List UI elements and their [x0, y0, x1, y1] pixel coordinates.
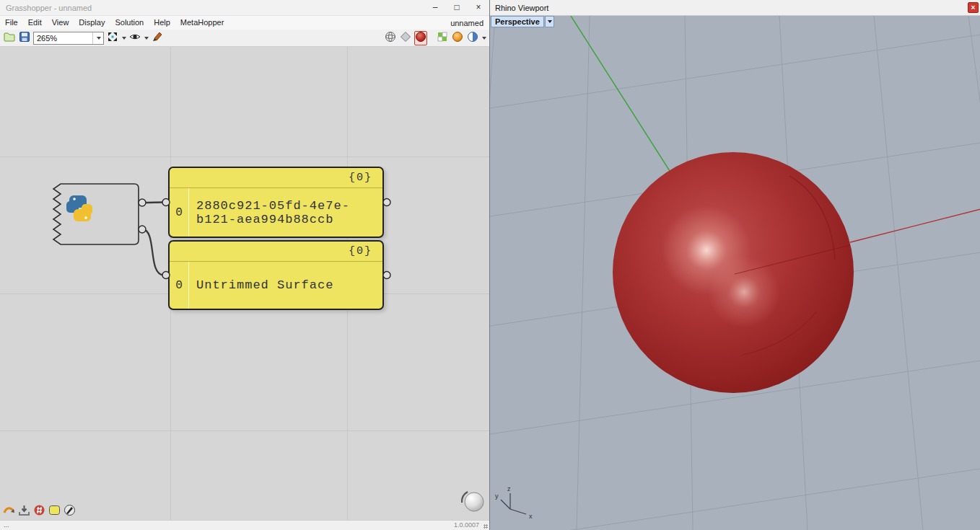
data-panel-surface[interactable]: {0} 0 Untrimmed Surface [168, 240, 384, 310]
panel2-output-port[interactable] [383, 272, 390, 279]
wire-a-to-panel2 [142, 229, 164, 275]
paint-tool-button[interactable] [151, 31, 164, 45]
rhino-titlebar[interactable]: Rhino Viewport × [490, 0, 980, 16]
eye-icon [129, 31, 141, 45]
statusbar-more[interactable]: ... [4, 521, 9, 530]
csharp-script-icon[interactable] [32, 503, 45, 516]
y-axis-line [571, 16, 670, 171]
window-title: Grasshopper - unnamed [6, 0, 92, 16]
viewport-scene: z y x [490, 16, 980, 530]
window-controls: – □ × [424, 0, 489, 16]
panel-path-badge: {0} [170, 168, 382, 188]
menu-file[interactable]: File [0, 16, 23, 30]
rhino-perspective-viewport[interactable]: z y x Perspective [490, 16, 980, 530]
grasshopper-canvas[interactable]: {0} 0 2880c921-05fd-4e7e-b121-aea994b88c… [0, 47, 489, 520]
python-out-port[interactable] [139, 199, 146, 206]
open-file-button[interactable] [3, 31, 16, 45]
maximize-icon[interactable]: □ [446, 0, 468, 16]
half-sphere-icon [467, 31, 478, 45]
menu-edit[interactable]: Edit [23, 16, 47, 30]
grasshopper-titlebar[interactable]: Grasshopper - unnamed – □ × [0, 0, 489, 16]
zoom-extents-button[interactable] [106, 31, 119, 45]
perspective-tab-label[interactable]: Perspective [491, 16, 544, 27]
preview-wireframe-button[interactable] [384, 31, 397, 45]
axis-y-label: y [495, 493, 499, 500]
panel-body: 0 Untrimmed Surface [170, 262, 382, 309]
display-checker-button[interactable] [436, 31, 449, 45]
panel-path-badge: {0} [170, 242, 382, 262]
axis-indicator-icon [501, 493, 526, 514]
menubar: File Edit View Display Solution Help Met… [0, 16, 489, 30]
data-panel-guid[interactable]: {0} 0 2880c921-05fd-4e7e-b121-aea994b88c… [168, 167, 384, 238]
wire-out-to-panel1 [142, 203, 164, 203]
close-icon[interactable]: × [468, 0, 489, 16]
statusbar: ... 1.0.0007 [0, 520, 489, 530]
sketch-icon[interactable] [2, 503, 15, 516]
gem-icon [400, 31, 411, 45]
ball-icon [465, 493, 484, 511]
toolbar: 265% [0, 30, 489, 47]
menu-solution[interactable]: Solution [110, 16, 149, 30]
menu-metahopper[interactable]: MetaHopper [175, 16, 229, 30]
preview-visibility-button[interactable] [128, 31, 141, 45]
save-icon [19, 31, 30, 45]
zoom-level-value: 265% [34, 34, 92, 43]
grasshopper-window: Grasshopper - unnamed – □ × File Edit Vi… [0, 0, 489, 530]
display-material-button[interactable] [451, 31, 464, 45]
save-file-button[interactable] [18, 31, 31, 45]
pen-tool-icon[interactable] [63, 503, 76, 516]
panel-body: 0 2880c921-05fd-4e7e-b121-aea994b88ccb [170, 188, 382, 237]
display-mode-dropdown-icon[interactable] [482, 37, 486, 40]
python-output-a-label: a [94, 221, 131, 237]
screen: Grasshopper - unnamed – □ × File Edit Vi… [0, 0, 980, 530]
panel-row-index: 0 [170, 188, 189, 237]
checker-icon [437, 31, 448, 45]
rhino-window-title: Rhino Viewport [495, 0, 548, 16]
axis-x-label: x [529, 513, 533, 520]
panel-tool-icon[interactable] [48, 503, 61, 516]
zoom-extents-dropdown-icon[interactable] [122, 37, 126, 40]
panel1-output-port[interactable] [383, 199, 390, 206]
minimize-icon[interactable]: – [424, 0, 446, 16]
close-icon[interactable]: × [968, 2, 979, 13]
document-name: unnamed [450, 19, 489, 27]
x-axis-line [850, 209, 980, 242]
menu-display[interactable]: Display [74, 16, 110, 30]
orange-sphere-icon [452, 31, 463, 45]
preview-dropdown-icon[interactable] [144, 37, 149, 40]
viewport-menu-arrow[interactable] [545, 16, 554, 27]
paintbrush-icon [152, 31, 163, 45]
menu-view[interactable]: View [47, 16, 74, 30]
folder-open-icon [4, 31, 15, 45]
panel-row-value: Untrimmed Surface [189, 275, 382, 295]
panel-row-value: 2880c921-05fd-4e7e-b121-aea994b88ccb [189, 196, 382, 229]
zoom-level-combobox[interactable]: 265% [33, 32, 104, 45]
display-mode-button[interactable] [466, 31, 479, 45]
python-a-port[interactable] [139, 226, 146, 233]
chevron-down-icon[interactable] [92, 32, 103, 44]
zoom-extents-icon [107, 31, 118, 45]
canvas-quick-toolbar [2, 503, 76, 516]
import-tray-icon[interactable] [17, 503, 30, 516]
rhino-window: Rhino Viewport × [489, 0, 980, 530]
axis-z-label: z [507, 485, 511, 493]
preview-rendered-button-selected[interactable] [414, 31, 427, 45]
version-label: 1.0.0007 [454, 521, 479, 530]
python-logo-icon [66, 195, 92, 221]
canvas-navigation-ball[interactable] [459, 487, 486, 517]
viewport-tab: Perspective [491, 16, 554, 27]
resize-grip[interactable] [484, 524, 488, 529]
panel-row-index: 0 [170, 262, 189, 309]
preview-shaded-button[interactable] [399, 31, 412, 45]
red-sphere-icon [415, 31, 426, 45]
python-output-out-label: out [94, 195, 131, 211]
red-sphere-geometry [613, 152, 854, 393]
chevron-down-icon [548, 20, 552, 23]
menu-help[interactable]: Help [149, 16, 175, 30]
wireframe-sphere-icon [385, 31, 396, 45]
